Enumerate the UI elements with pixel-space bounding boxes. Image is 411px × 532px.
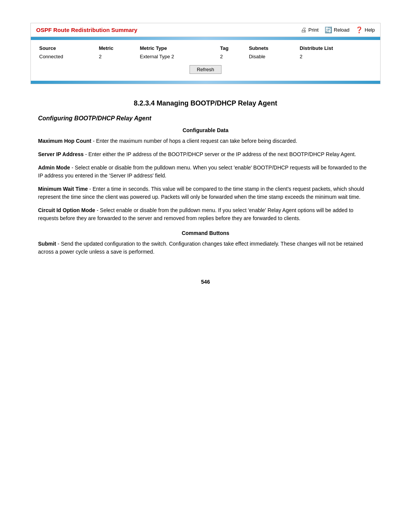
param-block: Server IP Address - Enter either the IP …: [38, 150, 373, 158]
command-name: Submit: [38, 241, 56, 247]
param-block: Admin Mode - Select enable or disable fr…: [38, 164, 373, 180]
table-cell: Disable: [246, 53, 297, 61]
refresh-button[interactable]: Refresh: [190, 65, 221, 74]
table-cell: 2: [297, 53, 375, 61]
help-icon: ❓: [355, 26, 363, 34]
table-header-row: Source Metric Metric Type Tag Subnets Di…: [36, 44, 375, 53]
reload-label: Reload: [334, 27, 349, 33]
section-heading: 8.2.3.4 Managing BOOTP/DHCP Relay Agent: [38, 99, 373, 107]
ospf-table: Source Metric Metric Type Tag Subnets Di…: [36, 44, 375, 61]
col-source: Source: [36, 44, 96, 53]
param-name: Server IP Address: [38, 151, 84, 157]
table-section: Source Metric Metric Type Tag Subnets Di…: [31, 40, 380, 81]
reload-icon: 🔄: [325, 26, 332, 34]
top-blue-bar: [31, 37, 380, 40]
param-block: Minimum Wait Time - Enter a time in seco…: [38, 185, 373, 201]
page-number: 546: [30, 279, 381, 285]
col-metric: Metric: [96, 44, 137, 53]
param-name: Circuit Id Option Mode: [38, 207, 95, 213]
command-block: Submit - Send the updated configuration …: [38, 240, 373, 256]
commands-container: Submit - Send the updated configuration …: [38, 240, 373, 256]
configurable-data-heading: Configurable Data: [38, 127, 373, 133]
ospf-toolbar: 🖨 Print 🔄 Reload ❓ Help: [301, 26, 375, 34]
col-metric-type: Metric Type: [137, 44, 217, 53]
ospf-title: OSPF Route Redistribution Summary: [36, 27, 137, 33]
help-label: Help: [365, 27, 375, 33]
reload-button[interactable]: 🔄 Reload: [325, 26, 349, 34]
col-tag: Tag: [217, 44, 246, 53]
param-block: Maximum Hop Count - Enter the maximum nu…: [38, 137, 373, 145]
print-icon: 🖨: [301, 27, 307, 34]
table-cell: Connected: [36, 53, 96, 61]
command-buttons-heading: Command Buttons: [38, 230, 373, 236]
ospf-header: OSPF Route Redistribution Summary 🖨 Prin…: [31, 23, 380, 37]
col-subnets: Subnets: [246, 44, 297, 53]
param-name: Admin Mode: [38, 165, 70, 171]
bottom-blue-bar: [31, 81, 380, 84]
doc-section: 8.2.3.4 Managing BOOTP/DHCP Relay Agent …: [30, 99, 381, 256]
help-button[interactable]: ❓ Help: [355, 26, 375, 34]
print-label: Print: [308, 27, 319, 33]
param-block: Circuit Id Option Mode - Select enable o…: [38, 206, 373, 222]
param-name: Maximum Hop Count: [38, 138, 91, 144]
print-button[interactable]: 🖨 Print: [301, 27, 319, 34]
table-cell: External Type 2: [137, 53, 217, 61]
table-row: Connected2External Type 22Disable2: [36, 53, 375, 61]
refresh-row: Refresh: [36, 61, 375, 77]
params-container: Maximum Hop Count - Enter the maximum nu…: [38, 137, 373, 222]
table-cell: 2: [217, 53, 246, 61]
ospf-panel: OSPF Route Redistribution Summary 🖨 Prin…: [30, 23, 381, 84]
sub-heading: Configuring BOOTP/DHCP Relay Agent: [38, 115, 373, 122]
param-name: Minimum Wait Time: [38, 186, 88, 192]
table-cell: 2: [96, 53, 137, 61]
col-distribute-list: Distribute List: [297, 44, 375, 53]
